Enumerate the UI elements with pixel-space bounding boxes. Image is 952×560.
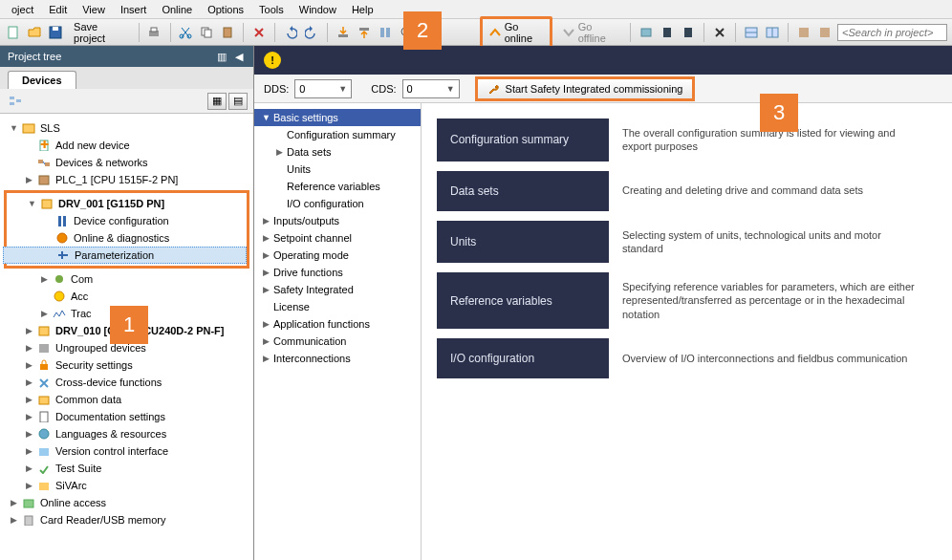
cds-select[interactable]: 0▼ <box>402 79 460 98</box>
card-config-summary[interactable]: Configuration summaryThe overall configu… <box>437 118 937 162</box>
new-icon[interactable] <box>5 23 22 42</box>
paste-icon[interactable] <box>219 23 236 42</box>
pnav-drive-functions[interactable]: ▶Drive functions <box>254 264 421 281</box>
tree-device-config[interactable]: Device configuration <box>3 212 247 229</box>
split-v-icon[interactable] <box>764 23 781 42</box>
svg-rect-49 <box>25 516 32 526</box>
go-offline-button[interactable]: Go offline <box>556 19 623 46</box>
card-ref-vars[interactable]: Reference variablesSpecifying reference … <box>437 272 937 329</box>
svg-rect-22 <box>799 28 809 37</box>
tree-doc-settings[interactable]: ▶Documentation settings <box>0 408 253 425</box>
tree-card-reader[interactable]: ▶Card Reader/USB memory <box>0 511 253 528</box>
menu-view[interactable]: View <box>75 2 113 17</box>
undo-icon[interactable] <box>282 23 299 42</box>
search-in-project[interactable] <box>837 24 947 41</box>
tree-online-access[interactable]: ▶Online access <box>0 494 253 511</box>
go-online-button[interactable]: Go online <box>480 16 552 49</box>
pnav-app-functions[interactable]: ▶Application functions <box>254 315 421 333</box>
start-safety-button[interactable]: Start Safety Integrated commissioning <box>475 76 696 101</box>
cross-ref-icon[interactable] <box>711 23 728 42</box>
list-view-icon[interactable]: ▤ <box>228 93 248 110</box>
tree-version-control[interactable]: ▶Version control interface <box>0 442 253 460</box>
accessible-devices-icon[interactable] <box>638 23 655 42</box>
columns-icon[interactable]: ▥ <box>215 50 228 63</box>
tree-add-device[interactable]: ✚Add new device <box>0 137 253 154</box>
menu-options[interactable]: Options <box>200 2 251 17</box>
tree-devices-networks[interactable]: Devices & networks <box>0 154 253 171</box>
tree-online-diag[interactable]: Online & diagnostics <box>3 229 247 247</box>
card-units[interactable]: UnitsSelecting system of units, technolo… <box>437 221 937 264</box>
tree-security[interactable]: ▶Security settings <box>0 356 253 374</box>
start-cpu-icon[interactable] <box>659 23 676 42</box>
grid-view-icon[interactable]: ▦ <box>207 93 227 110</box>
card-data-sets[interactable]: Data setsCreating and deleting drive and… <box>437 171 937 211</box>
save-icon[interactable] <box>47 23 64 42</box>
menu-help[interactable]: Help <box>344 2 381 17</box>
pnav-safety-integrated[interactable]: ▶Safety Integrated <box>254 281 421 298</box>
param-nav[interactable]: ▼Basic settings Configuration summary ▶D… <box>254 103 422 560</box>
pnav-communication[interactable]: ▶Communication <box>254 333 421 350</box>
pnav-operating-mode[interactable]: ▶Operating mode <box>254 247 421 264</box>
menu-online[interactable]: Online <box>154 2 200 17</box>
card-io-config[interactable]: I/O configurationOverview of I/O interco… <box>437 338 937 378</box>
svg-rect-48 <box>24 500 33 507</box>
pnav-data-sets[interactable]: ▶Data sets <box>254 143 421 161</box>
tree-commissioning[interactable]: ▶Com <box>0 270 253 288</box>
pnav-ref-vars[interactable]: Reference variables <box>254 178 421 195</box>
tool-icon-1[interactable] <box>795 23 812 42</box>
tree-languages[interactable]: ▶Languages & resources <box>0 425 253 442</box>
svg-rect-15 <box>641 29 651 36</box>
tab-devices[interactable]: Devices <box>8 71 76 89</box>
warning-icon[interactable]: ! <box>264 52 281 69</box>
redo-icon[interactable] <box>303 23 320 42</box>
menu-insert[interactable]: Insert <box>113 2 155 17</box>
cut-icon[interactable] <box>177 23 194 42</box>
cds-label: CDS: <box>371 83 396 95</box>
print-icon[interactable] <box>145 23 162 42</box>
pnav-io-config[interactable]: I/O configuration <box>254 195 421 212</box>
svg-rect-27 <box>23 124 34 133</box>
svg-text:✚: ✚ <box>40 140 49 150</box>
pnav-license[interactable]: License <box>254 298 421 315</box>
tree-cross-device[interactable]: ▶Cross-device functions <box>0 374 253 391</box>
svg-rect-41 <box>39 344 49 353</box>
collapse-icon[interactable]: ◀ <box>232 50 246 63</box>
safety-button-label: Start Safety Integrated commissioning <box>506 83 683 95</box>
save-project-button[interactable]: Save project <box>68 19 131 46</box>
tree-test-suite[interactable]: ▶Test Suite <box>0 460 253 477</box>
svg-rect-24 <box>10 97 14 99</box>
compile-icon[interactable] <box>377 23 394 42</box>
stop-cpu-icon[interactable] <box>680 23 697 42</box>
tree-acceptance[interactable]: Acc <box>0 288 253 305</box>
pnav-inputs-outputs[interactable]: ▶Inputs/outputs <box>254 212 421 229</box>
upload-icon[interactable] <box>356 23 373 42</box>
open-icon[interactable] <box>26 23 43 42</box>
dds-select[interactable]: 0▼ <box>294 79 352 98</box>
menu-window[interactable]: Window <box>292 2 344 17</box>
menu-project[interactable]: oject <box>4 2 41 17</box>
pnav-setpoint[interactable]: ▶Setpoint channel <box>254 229 421 247</box>
menu-edit[interactable]: Edit <box>41 2 75 17</box>
pnav-units[interactable]: Units <box>254 161 421 178</box>
search-input[interactable] <box>837 24 947 41</box>
pnav-config-summary[interactable]: Configuration summary <box>254 126 421 143</box>
tree-root[interactable]: ▼SLS <box>0 119 253 137</box>
svg-rect-10 <box>338 34 348 37</box>
tree-parameterization[interactable]: Parameterization <box>3 247 247 264</box>
tree-common-data[interactable]: ▶Common data <box>0 391 253 408</box>
svg-rect-9 <box>224 28 231 37</box>
tree-plc[interactable]: ▶PLC_1 [CPU 1515F-2 PN] <box>0 171 253 188</box>
delete-icon[interactable] <box>250 23 268 42</box>
download-icon[interactable] <box>335 23 352 42</box>
pnav-interconnections[interactable]: ▶Interconnections <box>254 350 421 367</box>
tree-view-icon[interactable] <box>6 92 25 111</box>
svg-rect-0 <box>9 27 17 38</box>
pnav-basic-settings[interactable]: ▼Basic settings <box>254 109 421 126</box>
copy-icon[interactable] <box>198 23 215 42</box>
tree-drv001[interactable]: ▼DRV_001 [G115D PN] <box>3 195 247 212</box>
tool-icon-2[interactable] <box>816 23 833 42</box>
menu-tools[interactable]: Tools <box>251 2 292 17</box>
split-h-icon[interactable] <box>743 23 760 42</box>
svg-rect-43 <box>39 397 49 404</box>
tree-sivarc[interactable]: ▶SiVArc <box>0 477 253 494</box>
